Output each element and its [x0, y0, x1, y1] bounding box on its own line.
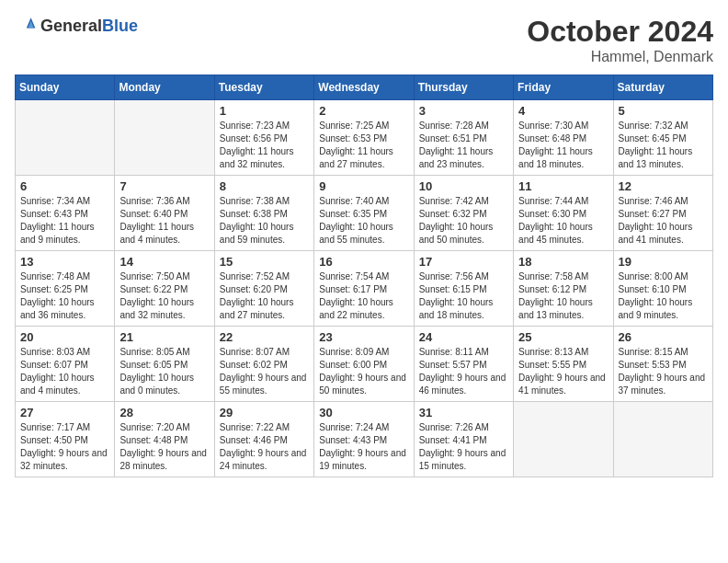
logo-icon — [15, 15, 37, 37]
day-number: 27 — [20, 406, 109, 419]
day-header-saturday: Saturday — [613, 75, 712, 100]
day-info: Sunrise: 8:00 AMSunset: 6:10 PMDaylight:… — [619, 270, 708, 322]
calendar-cell: 23Sunrise: 8:09 AMSunset: 6:00 PMDayligh… — [314, 327, 414, 402]
header-row: SundayMondayTuesdayWednesdayThursdayFrid… — [16, 75, 713, 100]
day-number: 12 — [619, 179, 708, 193]
day-info: Sunrise: 7:46 AMSunset: 6:27 PMDaylight:… — [619, 195, 708, 247]
day-header-wednesday: Wednesday — [314, 75, 414, 100]
day-number: 19 — [619, 255, 708, 269]
day-info: Sunrise: 7:38 AMSunset: 6:38 PMDaylight:… — [220, 195, 309, 247]
calendar-cell: 4Sunrise: 7:30 AMSunset: 6:48 PMDaylight… — [514, 100, 613, 176]
day-info: Sunrise: 7:44 AMSunset: 6:30 PMDaylight:… — [518, 195, 608, 247]
calendar-cell: 15Sunrise: 7:52 AMSunset: 6:20 PMDayligh… — [214, 251, 313, 327]
calendar-cell: 9Sunrise: 7:40 AMSunset: 6:35 PMDaylight… — [314, 176, 414, 251]
day-header-tuesday: Tuesday — [214, 75, 313, 100]
calendar-cell: 20Sunrise: 8:03 AMSunset: 6:07 PMDayligh… — [16, 327, 115, 402]
calendar-cell: 17Sunrise: 7:56 AMSunset: 6:15 PMDayligh… — [414, 251, 513, 327]
calendar-cell: 31Sunrise: 7:26 AMSunset: 4:41 PMDayligh… — [414, 402, 513, 477]
day-number: 26 — [619, 330, 708, 344]
calendar-cell: 2Sunrise: 7:25 AMSunset: 6:53 PMDaylight… — [314, 100, 414, 176]
calendar-cell: 26Sunrise: 8:15 AMSunset: 5:53 PMDayligh… — [613, 327, 712, 402]
week-row-1: 1Sunrise: 7:23 AMSunset: 6:56 PMDaylight… — [16, 100, 713, 176]
calendar-cell: 28Sunrise: 7:20 AMSunset: 4:48 PMDayligh… — [115, 402, 214, 477]
day-header-friday: Friday — [514, 75, 613, 100]
day-info: Sunrise: 7:25 AMSunset: 6:53 PMDaylight:… — [319, 120, 408, 171]
day-number: 7 — [119, 179, 209, 193]
calendar-cell: 5Sunrise: 7:32 AMSunset: 6:45 PMDaylight… — [613, 100, 712, 176]
day-number: 13 — [20, 255, 109, 269]
day-number: 14 — [119, 255, 209, 269]
day-number: 17 — [419, 255, 508, 269]
calendar-cell: 13Sunrise: 7:48 AMSunset: 6:25 PMDayligh… — [16, 251, 115, 327]
day-info: Sunrise: 7:54 AMSunset: 6:17 PMDaylight:… — [319, 270, 408, 322]
day-number: 4 — [518, 104, 608, 118]
day-info: Sunrise: 7:26 AMSunset: 4:41 PMDaylight:… — [419, 421, 508, 473]
calendar-cell: 22Sunrise: 8:07 AMSunset: 6:02 PMDayligh… — [214, 327, 313, 402]
day-number: 18 — [518, 255, 608, 269]
day-info: Sunrise: 7:56 AMSunset: 6:15 PMDaylight:… — [419, 270, 508, 322]
day-info: Sunrise: 7:23 AMSunset: 6:56 PMDaylight:… — [220, 120, 309, 171]
calendar-cell: 11Sunrise: 7:44 AMSunset: 6:30 PMDayligh… — [514, 176, 613, 251]
calendar-cell: 7Sunrise: 7:36 AMSunset: 6:40 PMDaylight… — [115, 176, 214, 251]
day-number: 22 — [220, 330, 309, 344]
day-info: Sunrise: 7:48 AMSunset: 6:25 PMDaylight:… — [20, 270, 109, 322]
day-number: 21 — [119, 330, 209, 344]
calendar-cell: 21Sunrise: 8:05 AMSunset: 6:05 PMDayligh… — [115, 327, 214, 402]
day-info: Sunrise: 7:24 AMSunset: 4:43 PMDaylight:… — [319, 421, 408, 473]
day-info: Sunrise: 8:15 AMSunset: 5:53 PMDaylight:… — [619, 346, 708, 397]
calendar-cell: 12Sunrise: 7:46 AMSunset: 6:27 PMDayligh… — [613, 176, 712, 251]
location-title: Hammel, Denmark — [527, 49, 713, 65]
calendar-cell — [16, 100, 115, 176]
month-title: October 2024 — [527, 15, 713, 49]
day-info: Sunrise: 7:36 AMSunset: 6:40 PMDaylight:… — [119, 195, 209, 247]
day-info: Sunrise: 7:17 AMSunset: 4:50 PMDaylight:… — [20, 421, 109, 473]
day-info: Sunrise: 7:22 AMSunset: 4:46 PMDaylight:… — [220, 421, 309, 473]
day-number: 16 — [319, 255, 408, 269]
logo-text-general: General — [40, 17, 102, 35]
day-number: 6 — [20, 179, 109, 193]
day-info: Sunrise: 8:11 AMSunset: 5:57 PMDaylight:… — [419, 346, 508, 397]
calendar-cell: 29Sunrise: 7:22 AMSunset: 4:46 PMDayligh… — [214, 402, 313, 477]
calendar-cell — [514, 402, 613, 477]
day-number: 30 — [319, 406, 408, 419]
day-number: 2 — [319, 104, 408, 118]
calendar-cell: 27Sunrise: 7:17 AMSunset: 4:50 PMDayligh… — [16, 402, 115, 477]
calendar-cell — [115, 100, 214, 176]
day-info: Sunrise: 7:30 AMSunset: 6:48 PMDaylight:… — [518, 120, 608, 171]
day-number: 11 — [518, 179, 608, 193]
week-row-5: 27Sunrise: 7:17 AMSunset: 4:50 PMDayligh… — [16, 402, 713, 477]
day-number: 1 — [220, 104, 309, 118]
day-info: Sunrise: 7:40 AMSunset: 6:35 PMDaylight:… — [319, 195, 408, 247]
calendar-cell: 25Sunrise: 8:13 AMSunset: 5:55 PMDayligh… — [514, 327, 613, 402]
calendar-cell: 1Sunrise: 7:23 AMSunset: 6:56 PMDaylight… — [214, 100, 313, 176]
day-header-thursday: Thursday — [414, 75, 513, 100]
day-info: Sunrise: 8:13 AMSunset: 5:55 PMDaylight:… — [518, 346, 608, 397]
day-number: 8 — [220, 179, 309, 193]
logo: GeneralBlue — [15, 15, 138, 37]
day-number: 23 — [319, 330, 408, 344]
calendar-cell: 8Sunrise: 7:38 AMSunset: 6:38 PMDaylight… — [214, 176, 313, 251]
day-number: 29 — [220, 406, 309, 419]
day-number: 15 — [220, 255, 309, 269]
calendar-cell — [613, 402, 712, 477]
day-number: 28 — [119, 406, 209, 419]
day-info: Sunrise: 7:34 AMSunset: 6:43 PMDaylight:… — [20, 195, 109, 247]
day-number: 24 — [419, 330, 508, 344]
logo-text-blue: Blue — [102, 17, 138, 35]
calendar-cell: 10Sunrise: 7:42 AMSunset: 6:32 PMDayligh… — [414, 176, 513, 251]
day-info: Sunrise: 7:52 AMSunset: 6:20 PMDaylight:… — [220, 270, 309, 322]
calendar-cell: 3Sunrise: 7:28 AMSunset: 6:51 PMDaylight… — [414, 100, 513, 176]
calendar-cell: 30Sunrise: 7:24 AMSunset: 4:43 PMDayligh… — [314, 402, 414, 477]
day-info: Sunrise: 8:07 AMSunset: 6:02 PMDaylight:… — [220, 346, 309, 397]
day-info: Sunrise: 7:42 AMSunset: 6:32 PMDaylight:… — [419, 195, 508, 247]
day-info: Sunrise: 7:20 AMSunset: 4:48 PMDaylight:… — [119, 421, 209, 473]
title-area: October 2024 Hammel, Denmark — [527, 15, 713, 65]
week-row-2: 6Sunrise: 7:34 AMSunset: 6:43 PMDaylight… — [16, 176, 713, 251]
day-info: Sunrise: 7:58 AMSunset: 6:12 PMDaylight:… — [518, 270, 608, 322]
calendar-cell: 24Sunrise: 8:11 AMSunset: 5:57 PMDayligh… — [414, 327, 513, 402]
day-number: 9 — [319, 179, 408, 193]
calendar-cell: 6Sunrise: 7:34 AMSunset: 6:43 PMDaylight… — [16, 176, 115, 251]
day-header-sunday: Sunday — [16, 75, 115, 100]
day-info: Sunrise: 7:50 AMSunset: 6:22 PMDaylight:… — [119, 270, 209, 322]
page-header: GeneralBlue October 2024 Hammel, Denmark — [15, 15, 713, 65]
